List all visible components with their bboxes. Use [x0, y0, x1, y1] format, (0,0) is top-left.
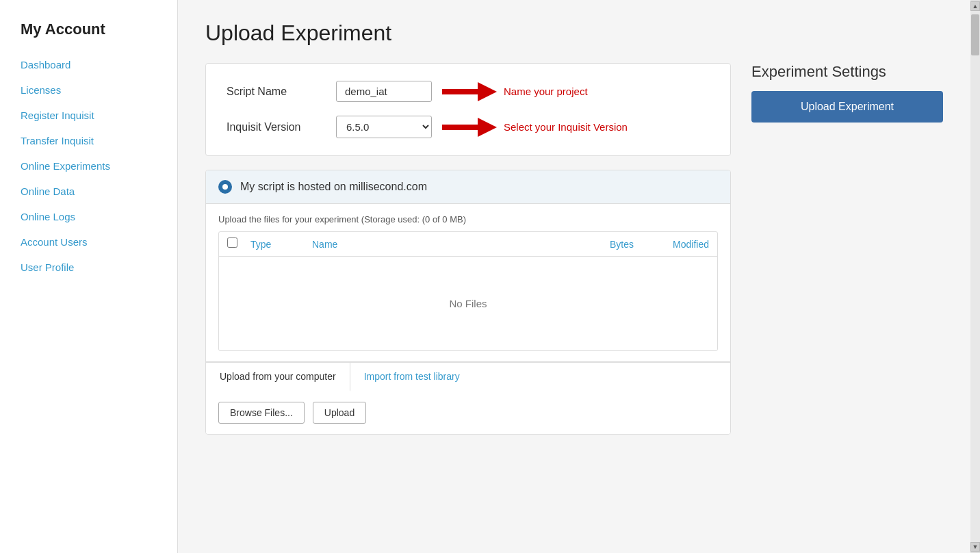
right-panel: Experiment Settings Upload Experiment [751, 63, 943, 123]
file-section: Upload the files for your experiment (St… [206, 204, 730, 362]
inquisit-version-row: Inquisit Version 6.5.0 6.4.0 6.3.0 5.0.1… [227, 116, 710, 138]
script-settings-card: Script Name Name your project Inquisit V… [205, 63, 731, 156]
svg-marker-3 [478, 118, 497, 137]
sidebar-title: My Account [0, 14, 177, 52]
inquisit-version-label: Inquisit Version [227, 121, 336, 133]
experiment-settings-title: Experiment Settings [751, 63, 943, 81]
script-name-row: Script Name Name your project [227, 81, 710, 102]
scroll-down-arrow[interactable]: ▼ [970, 542, 980, 552]
sidebar-item-user-profile[interactable]: User Profile [0, 255, 177, 280]
sidebar-item-register-inquisit[interactable]: Register Inquisit [0, 103, 177, 128]
version-annotation-text: Select your Inquisit Version [504, 121, 628, 133]
col-type-header[interactable]: Type [250, 239, 305, 250]
hosted-header[interactable]: My script is hosted on millisecond.com [206, 170, 730, 204]
upload-tabs: Upload from your computer Import from te… [206, 362, 730, 391]
svg-rect-2 [442, 125, 478, 130]
sidebar: My Account Dashboard Licenses Register I… [0, 0, 178, 553]
sidebar-item-dashboard[interactable]: Dashboard [0, 52, 177, 77]
hosted-radio[interactable] [218, 180, 232, 194]
select-all-checkbox[interactable] [227, 237, 237, 248]
sidebar-item-licenses[interactable]: Licenses [0, 77, 177, 103]
page-title: Upload Experiment [205, 21, 943, 46]
scroll-track[interactable] [970, 11, 980, 542]
sidebar-item-online-data[interactable]: Online Data [0, 179, 177, 204]
sidebar-item-account-users[interactable]: Account Users [0, 229, 177, 255]
inquisit-version-select[interactable]: 6.5.0 6.4.0 6.3.0 5.0.14 [336, 116, 432, 138]
script-name-input[interactable] [336, 81, 432, 102]
scroll-up-arrow[interactable]: ▲ [970, 1, 980, 11]
sidebar-item-online-logs[interactable]: Online Logs [0, 204, 177, 229]
vertical-scrollbar[interactable]: ▲ ▼ [970, 0, 980, 553]
hosted-card: My script is hosted on millisecond.com U… [205, 170, 731, 435]
storage-text: Upload the files for your experiment (St… [218, 214, 718, 224]
import-from-library-tab[interactable]: Import from test library [350, 363, 474, 391]
sidebar-item-online-experiments[interactable]: Online Experiments [0, 153, 177, 179]
col-bytes-header[interactable]: Bytes [579, 239, 634, 250]
upload-from-computer-tab[interactable]: Upload from your computer [206, 363, 350, 391]
script-name-label: Script Name [227, 86, 336, 98]
upload-button[interactable]: Upload [313, 402, 366, 424]
left-panel: Script Name Name your project Inquisit V… [205, 63, 731, 435]
red-arrow-name-icon [442, 82, 497, 101]
col-name-header[interactable]: Name [312, 239, 572, 250]
upload-experiment-button[interactable]: Upload Experiment [751, 91, 943, 123]
no-files-message: No Files [219, 257, 717, 350]
hosted-label: My script is hosted on millisecond.com [240, 181, 427, 193]
file-select-all-checkbox[interactable] [227, 237, 244, 250]
name-annotation: Name your project [442, 82, 588, 101]
version-annotation: Select your Inquisit Version [442, 118, 628, 137]
content-area: Script Name Name your project Inquisit V… [205, 63, 943, 435]
browse-files-button[interactable]: Browse Files... [218, 402, 305, 424]
name-annotation-text: Name your project [504, 86, 588, 97]
red-arrow-version-icon [442, 118, 497, 137]
file-table-header: Type Name Bytes Modified [219, 232, 717, 257]
col-modified-header[interactable]: Modified [641, 239, 709, 250]
file-table: Type Name Bytes Modified No Files [218, 231, 718, 351]
svg-marker-1 [478, 82, 497, 101]
main-content: Upload Experiment Script Name Name your … [178, 0, 970, 553]
sidebar-item-transfer-inquisit[interactable]: Transfer Inquisit [0, 128, 177, 153]
scroll-thumb[interactable] [971, 14, 979, 55]
file-actions: Browse Files... Upload [206, 391, 730, 434]
svg-rect-0 [442, 89, 478, 94]
